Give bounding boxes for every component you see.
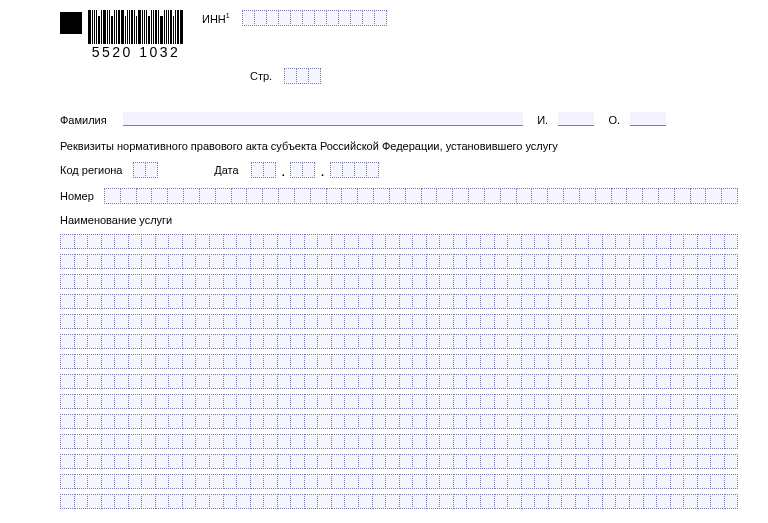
surname-field[interactable] xyxy=(123,112,523,126)
page-label: Стр. xyxy=(250,70,272,82)
initial-i-field[interactable] xyxy=(558,112,594,126)
service-name-line[interactable] xyxy=(60,494,738,509)
service-name-line[interactable] xyxy=(60,334,738,349)
initial-o-field[interactable] xyxy=(630,112,666,126)
requisites-title: Реквизиты нормативного правового акта су… xyxy=(60,140,738,152)
service-name-line[interactable] xyxy=(60,354,738,369)
region-code-label: Код региона xyxy=(60,164,130,176)
date-separator-dot: . xyxy=(318,166,326,178)
date-month-field[interactable] xyxy=(290,162,315,178)
number-field[interactable] xyxy=(104,188,738,204)
service-name-line[interactable] xyxy=(60,254,738,269)
initial-i-label: И. xyxy=(537,114,548,126)
surname-label: Фамилия xyxy=(60,114,120,126)
form-marker-square xyxy=(60,12,82,34)
service-name-line[interactable] xyxy=(60,434,738,449)
page-field[interactable] xyxy=(284,68,321,84)
service-name-field-group xyxy=(60,234,738,509)
service-name-line[interactable] xyxy=(60,274,738,289)
service-name-line[interactable] xyxy=(60,474,738,489)
service-name-line[interactable] xyxy=(60,234,738,249)
date-day-field[interactable] xyxy=(251,162,276,178)
inn-field[interactable] xyxy=(242,10,387,26)
service-name-line[interactable] xyxy=(60,454,738,469)
date-separator-dot: . xyxy=(279,166,287,178)
service-name-line[interactable] xyxy=(60,414,738,429)
number-label: Номер xyxy=(60,190,104,202)
date-year-field[interactable] xyxy=(330,162,379,178)
service-name-line[interactable] xyxy=(60,314,738,329)
service-name-label: Наименование услуги xyxy=(60,214,738,226)
barcode: 5520 1032 xyxy=(88,10,184,60)
service-name-line[interactable] xyxy=(60,374,738,389)
initial-o-label: О. xyxy=(608,114,620,126)
barcode-number: 5520 1032 xyxy=(88,44,184,60)
service-name-line[interactable] xyxy=(60,294,738,309)
inn-label: ИНН1 xyxy=(202,12,230,25)
region-code-field[interactable] xyxy=(133,162,158,178)
service-name-line[interactable] xyxy=(60,394,738,409)
date-label: Дата xyxy=(214,164,248,176)
